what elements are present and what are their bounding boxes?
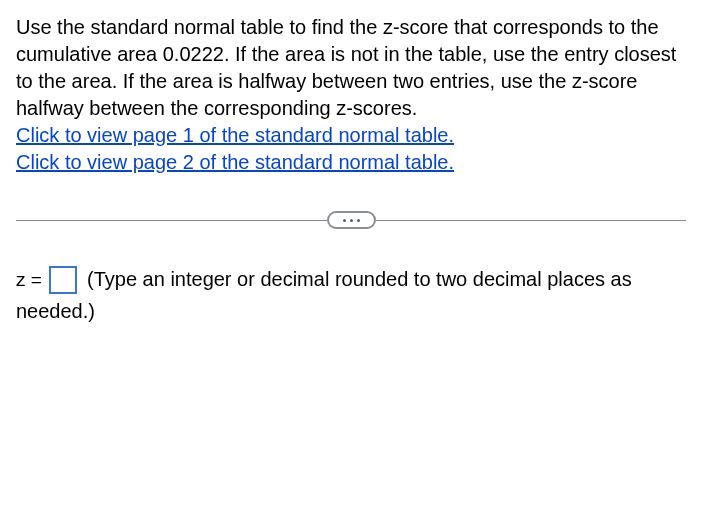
expand-toggle-button[interactable] xyxy=(327,211,376,229)
ellipsis-icon xyxy=(357,219,360,222)
divider-line-left xyxy=(16,220,327,221)
z-equals-label: z = xyxy=(16,269,42,290)
ellipsis-icon xyxy=(343,219,346,222)
link-normal-table-page-2[interactable]: Click to view page 2 of the standard nor… xyxy=(16,151,454,173)
ellipsis-icon xyxy=(350,219,353,222)
answer-hint: (Type an integer or decimal rounded to t… xyxy=(16,268,632,322)
section-divider xyxy=(16,210,686,230)
question-text: Use the standard normal table to find th… xyxy=(16,16,676,119)
z-score-input[interactable] xyxy=(49,266,77,294)
divider-line-right xyxy=(376,220,687,221)
link-normal-table-page-1[interactable]: Click to view page 1 of the standard nor… xyxy=(16,124,454,146)
